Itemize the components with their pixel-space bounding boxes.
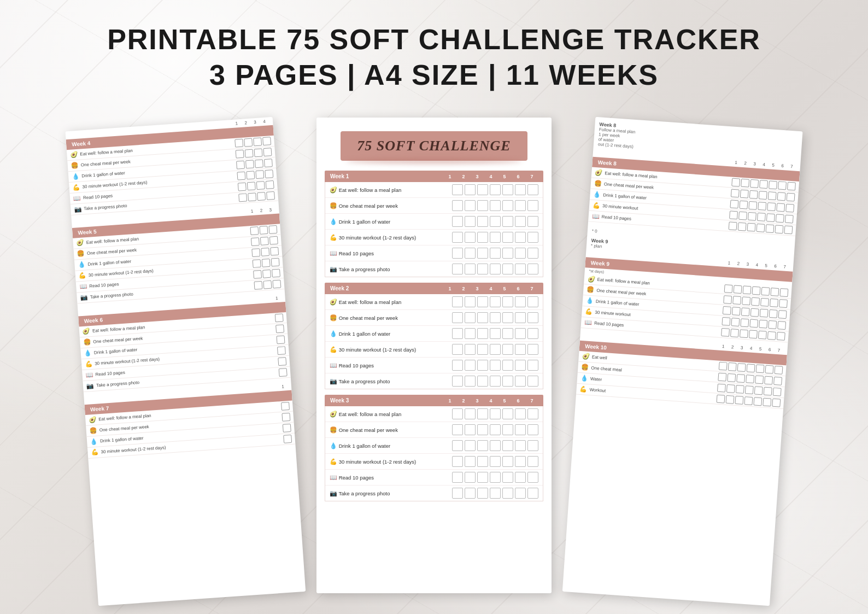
habit-row: 💪 30 minute workout (1-2 rest days) — [325, 342, 543, 358]
week3-header: Week 3 1 2 3 4 5 6 7 — [325, 395, 543, 406]
habit-row: 📷 Take a progress photo — [325, 261, 543, 277]
habit-row: 💪 30 minute workout (1-2 rest days) — [325, 230, 543, 245]
habit-row: 📖 Read 10 pages — [325, 470, 543, 486]
center-week3: Week 3 1 2 3 4 5 6 7 🥑 Eat well: follow … — [325, 395, 543, 501]
habit-row: 📷 Take a progress photo — [325, 486, 543, 501]
habit-row: 📷 Take a progress photo — [325, 373, 543, 389]
week1-habits: 🥑 Eat well: follow a meal plan 🍔 One che… — [325, 182, 543, 277]
week5-section: Week 5 🥑 Eat well: follow a meal plan 🍔 … — [72, 213, 285, 303]
title-line2: 3 PAGES | A4 SIZE | 11 WEEKS — [0, 57, 868, 93]
week1-header: Week 1 1 2 3 4 5 6 7 — [325, 171, 543, 182]
tracker-page-center: 75 SOFT CHALLENGE Week 1 1 2 3 4 5 6 7 — [316, 118, 552, 593]
habit-row: 🥑 Eat well: follow a meal plan — [325, 182, 543, 198]
habit-row: 📖 Read 10 pages — [325, 358, 543, 373]
habit-row: 💪 30 minute workout (1-2 rest days) — [325, 454, 543, 470]
habit-row: 🍔 One cheat meal per week — [325, 198, 543, 214]
week4-section: Week 4 🥑 Eat well: follow a meal plan 🍔 … — [66, 125, 279, 215]
habit-row: 📖 Read 10 pages — [325, 245, 543, 261]
challenge-banner: 75 SOFT CHALLENGE — [341, 131, 527, 161]
week3-habits: 🥑 Eat well: follow a meal plan 🍔 One che… — [325, 406, 543, 501]
habit-row: 🥑 Eat well: follow a meal plan — [325, 406, 543, 422]
center-content: Week 1 1 2 3 4 5 6 7 🥑 Eat well: follow … — [316, 171, 552, 515]
challenge-title: 75 SOFT CHALLENGE — [357, 138, 511, 154]
main-title: PRINTABLE 75 SOFT CHALLENGE TRACKER 3 PA… — [0, 22, 868, 93]
week6-section: Week 6 🥑 Eat well: follow a meal plan 🍔 … — [78, 302, 291, 392]
tracker-page-left: 1 2 3 4 Week 4 🥑 Eat well: follow a meal… — [65, 117, 306, 606]
title-line1: PRINTABLE 75 SOFT CHALLENGE TRACKER — [0, 22, 868, 57]
habit-row: 💧 Drink 1 gallon of water — [325, 438, 543, 454]
banner-wrap: 75 SOFT CHALLENGE — [316, 118, 552, 171]
habit-row: 🥑 Eat well: follow a meal plan — [325, 294, 543, 310]
habit-row: 💧 Drink 1 gallon of water — [325, 214, 543, 230]
tracker-page-right: Week 8 Follow a meal plan 1 per week of … — [562, 117, 803, 606]
habit-row: 🍔 One cheat meal per week — [325, 422, 543, 438]
center-week1: Week 1 1 2 3 4 5 6 7 🥑 Eat well: follow … — [325, 171, 543, 277]
right-week8-section: Week 8 🥑 Eat well: follow a meal plan 🍔 … — [588, 157, 800, 236]
pages-container: 1 2 3 4 Week 4 🥑 Eat well: follow a meal… — [0, 118, 868, 593]
habit-row: 💧 Drink 1 gallon of water — [325, 326, 543, 342]
week2-habits: 🥑 Eat well: follow a meal plan 🍔 One che… — [325, 294, 543, 389]
center-week2: Week 2 1 2 3 4 5 6 7 🥑 Eat well: follow … — [325, 283, 543, 389]
right-week9-section: Week 9 *st days) 🥑 Eat well: follow a me… — [580, 257, 793, 342]
week2-header: Week 2 1 2 3 4 5 6 7 — [325, 283, 543, 294]
habit-row: 🍔 One cheat meal per week — [325, 310, 543, 326]
